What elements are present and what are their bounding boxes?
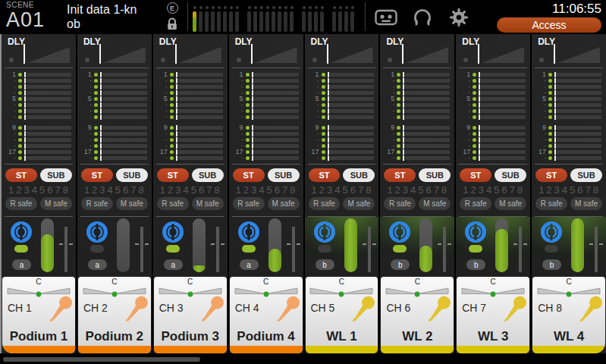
channel-fader[interactable] <box>193 218 206 272</box>
channel-on-indicator[interactable] <box>393 245 407 253</box>
channel-fader[interactable] <box>344 218 357 272</box>
send-row[interactable]: · <box>536 103 601 107</box>
input-source-badge[interactable]: b <box>316 259 334 270</box>
channel-name-plate[interactable]: C CH 2 Podium 2 <box>78 277 151 353</box>
st-assign-button[interactable]: ST <box>233 168 265 182</box>
processing-icon[interactable] <box>85 220 109 244</box>
send-row[interactable]: · <box>309 156 375 160</box>
mute-safe-button[interactable]: M safe <box>192 197 224 210</box>
access-button[interactable]: Access <box>497 17 601 33</box>
channel-on-indicator[interactable] <box>242 245 256 253</box>
send-row[interactable]: · <box>460 79 526 83</box>
channel-fader[interactable] <box>419 218 432 272</box>
st-assign-button[interactable]: ST <box>384 168 416 182</box>
input-source-badge[interactable]: a <box>88 259 107 270</box>
channel-fader[interactable] <box>117 218 130 272</box>
send-row[interactable]: · <box>460 109 526 113</box>
delay-section[interactable]: DLY <box>77 34 152 67</box>
send-row[interactable]: · <box>385 103 450 107</box>
send-row[interactable]: · <box>158 115 223 119</box>
input-source-badge[interactable]: a <box>164 259 183 270</box>
processing-icon[interactable] <box>9 220 33 244</box>
send-row[interactable]: · <box>385 144 450 148</box>
channel-name-plate[interactable]: C CH 6 WL 2 <box>381 277 454 353</box>
send-row[interactable]: · <box>460 115 526 119</box>
send-row[interactable]: · <box>385 132 450 136</box>
delay-section[interactable]: DLY <box>532 34 606 67</box>
send-row[interactable]: · <box>536 91 601 95</box>
st-assign-button[interactable]: ST <box>309 168 341 182</box>
recorder-button[interactable] <box>375 8 397 27</box>
send-row[interactable]: · <box>536 109 601 113</box>
setup-button[interactable] <box>447 8 470 27</box>
input-source-badge[interactable]: a <box>240 259 259 270</box>
send-row[interactable]: · <box>536 79 601 83</box>
send-row[interactable]: 9 <box>385 126 450 130</box>
channel-on-indicator[interactable] <box>545 245 558 253</box>
sub-assign-button[interactable]: SUB <box>343 168 375 182</box>
recall-safe-button[interactable]: R safe <box>460 197 491 210</box>
st-assign-button[interactable]: ST <box>157 168 189 182</box>
mute-safe-button[interactable]: M safe <box>419 197 451 210</box>
processing-icon[interactable] <box>463 220 488 244</box>
send-row[interactable]: · <box>309 115 375 119</box>
processing-icon[interactable] <box>161 220 185 244</box>
send-row[interactable]: 17 <box>536 150 601 154</box>
delay-section[interactable]: DLY <box>2 34 76 67</box>
send-row[interactable]: · <box>460 132 526 136</box>
mute-safe-button[interactable]: M safe <box>495 197 526 210</box>
processing-icon[interactable] <box>388 220 412 244</box>
sub-assign-button[interactable]: SUB <box>419 168 451 182</box>
delay-section[interactable]: DLY <box>305 34 379 67</box>
channel-name-plate[interactable]: C CH 4 Podium 4 <box>230 277 303 353</box>
send-row[interactable]: 9 <box>460 126 526 130</box>
mute-safe-button[interactable]: M safe <box>40 197 72 210</box>
send-row[interactable]: · <box>536 115 601 119</box>
sub-assign-button[interactable]: SUB <box>116 168 148 182</box>
processing-icon[interactable] <box>237 220 261 244</box>
recall-safe-button[interactable]: R safe <box>81 197 113 210</box>
channel-on-indicator[interactable] <box>318 245 331 253</box>
mute-safe-button[interactable]: M safe <box>570 197 602 210</box>
send-row[interactable]: · <box>460 91 526 95</box>
st-assign-button[interactable]: ST <box>460 168 491 182</box>
send-row[interactable]: · <box>82 115 147 119</box>
horizontal-scrollbar[interactable] <box>3 357 200 362</box>
processing-icon[interactable] <box>312 220 337 244</box>
send-row[interactable]: · <box>460 156 526 160</box>
send-row[interactable]: 17 <box>385 150 450 154</box>
send-row[interactable]: · <box>234 115 299 119</box>
send-row[interactable]: · <box>385 91 450 95</box>
send-row[interactable]: 17 <box>460 150 526 154</box>
mute-safe-button[interactable]: M safe <box>116 197 148 210</box>
send-row[interactable]: · <box>385 109 450 113</box>
send-row[interactable]: · <box>536 156 601 160</box>
sub-assign-button[interactable]: SUB <box>192 168 224 182</box>
channel-fader[interactable] <box>41 218 54 272</box>
send-row[interactable]: 9 <box>536 126 601 130</box>
channel-name-plate[interactable]: C CH 3 Podium 3 <box>154 277 227 353</box>
send-row[interactable]: · <box>460 103 526 107</box>
channel-on-indicator[interactable] <box>14 245 28 253</box>
send-row[interactable]: 1 <box>460 73 526 77</box>
send-row[interactable]: 5 <box>385 97 450 101</box>
send-row[interactable]: · <box>536 144 601 148</box>
send-row[interactable]: · <box>536 132 601 136</box>
mute-safe-button[interactable]: M safe <box>268 197 300 210</box>
channel-name-plate[interactable]: C CH 7 WL 3 <box>457 277 529 353</box>
channel-on-indicator[interactable] <box>166 245 180 253</box>
recall-safe-button[interactable]: R safe <box>535 197 567 210</box>
send-row[interactable]: · <box>460 138 526 142</box>
send-row[interactable]: · <box>536 85 601 89</box>
sub-assign-button[interactable]: SUB <box>40 168 72 182</box>
channel-name-plate[interactable]: C CH 8 WL 4 <box>532 277 605 353</box>
mute-safe-button[interactable]: M safe <box>343 197 375 210</box>
send-row[interactable]: · <box>460 85 526 89</box>
send-row[interactable]: · <box>234 156 299 160</box>
delay-section[interactable]: DLY <box>456 34 530 67</box>
recall-safe-button[interactable]: R safe <box>157 197 189 210</box>
scene-button[interactable]: SCENE A01 <box>6 1 45 30</box>
send-row[interactable]: · <box>82 156 147 160</box>
delay-section[interactable]: DLY <box>153 34 228 67</box>
recall-safe-button[interactable]: R safe <box>384 197 416 210</box>
